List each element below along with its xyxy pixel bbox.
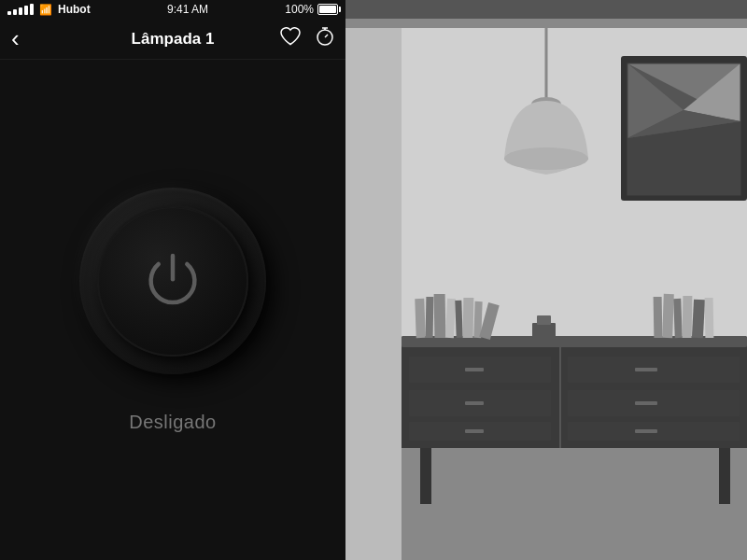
status-app-name: Hubot (58, 3, 91, 16)
battery-percent: 100% (285, 3, 314, 16)
nav-bar: ‹ Lâmpada 1 (0, 19, 345, 60)
power-status-label: Desligado (129, 412, 216, 433)
svg-rect-42 (463, 298, 474, 338)
favorite-button[interactable] (280, 27, 301, 50)
svg-line-3 (325, 35, 328, 37)
svg-rect-29 (465, 368, 484, 371)
svg-rect-7 (345, 28, 402, 560)
svg-rect-37 (415, 299, 425, 338)
svg-rect-30 (465, 401, 484, 405)
svg-point-18 (504, 147, 588, 170)
svg-rect-33 (635, 401, 657, 405)
power-button[interactable] (79, 188, 266, 374)
svg-rect-49 (692, 300, 705, 339)
svg-rect-31 (465, 429, 484, 433)
power-area: Desligado (0, 60, 345, 560)
timer-icon (316, 27, 334, 46)
svg-rect-46 (662, 294, 674, 338)
timer-button[interactable] (316, 27, 334, 50)
heart-icon (280, 27, 301, 46)
nav-actions (280, 27, 334, 50)
back-chevron-icon: ‹ (11, 24, 20, 53)
right-panel (345, 19, 747, 560)
main-layout: ‹ Lâmpada 1 (0, 19, 747, 560)
svg-rect-45 (654, 297, 663, 338)
back-button[interactable]: ‹ (11, 24, 20, 53)
status-bar: 📶 Hubot 9:41 AM 100% (0, 0, 345, 19)
power-icon (139, 247, 206, 315)
svg-rect-35 (420, 448, 431, 504)
svg-rect-51 (532, 323, 556, 338)
power-button-inner (97, 205, 248, 357)
svg-rect-38 (426, 297, 434, 338)
svg-rect-47 (673, 299, 682, 338)
svg-rect-41 (455, 301, 462, 338)
battery-icon (317, 4, 338, 15)
nav-title: Lâmpada 1 (132, 30, 215, 49)
svg-rect-48 (683, 296, 693, 338)
room-scene (345, 19, 747, 560)
svg-rect-52 (537, 315, 551, 325)
status-right: 100% (285, 3, 338, 16)
svg-rect-39 (434, 294, 446, 338)
status-time: 9:41 AM (167, 3, 208, 16)
svg-rect-32 (635, 368, 657, 371)
left-panel: ‹ Lâmpada 1 (0, 19, 345, 560)
svg-rect-36 (719, 448, 730, 504)
status-left: 📶 Hubot (7, 3, 91, 16)
battery-fill (319, 6, 336, 13)
signal-bars (7, 4, 34, 15)
svg-rect-50 (705, 298, 714, 338)
svg-rect-34 (635, 429, 657, 433)
wifi-icon: 📶 (39, 4, 52, 16)
